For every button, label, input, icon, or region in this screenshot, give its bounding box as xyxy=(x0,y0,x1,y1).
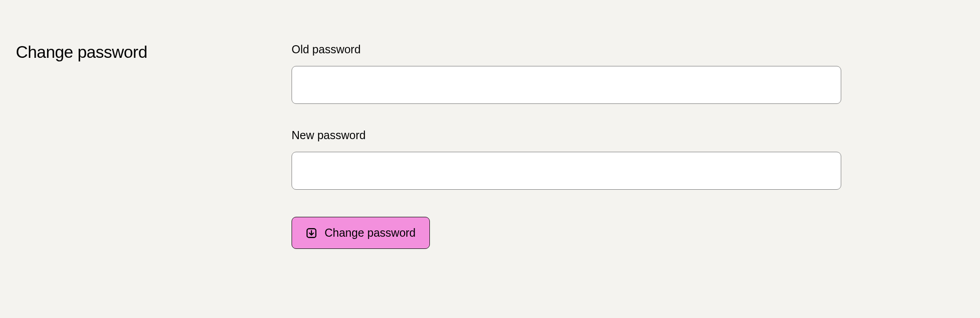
new-password-group: New password xyxy=(292,129,841,190)
download-arrow-icon xyxy=(306,227,317,239)
new-password-input[interactable] xyxy=(292,152,841,190)
change-password-button-label: Change password xyxy=(325,226,416,239)
old-password-label: Old password xyxy=(292,43,841,56)
change-password-button[interactable]: Change password xyxy=(292,217,430,249)
old-password-input[interactable] xyxy=(292,66,841,104)
old-password-group: Old password xyxy=(292,43,841,104)
page-title: Change password xyxy=(16,43,231,62)
new-password-label: New password xyxy=(292,129,841,142)
